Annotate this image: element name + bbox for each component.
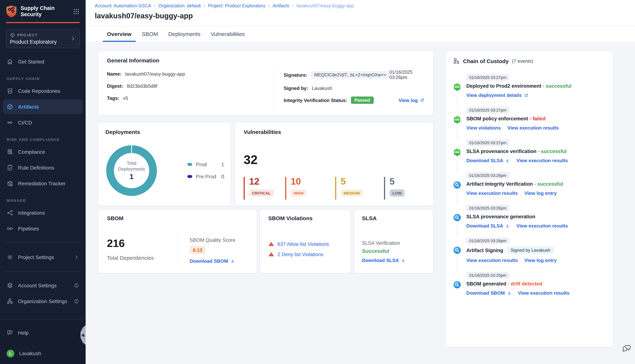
sidebar-item-label: CI/CD: [18, 120, 32, 126]
info-icon[interactable]: [74, 299, 79, 304]
breadcrumb-account[interactable]: Account: Automation-SSCA: [95, 3, 151, 8]
view-execution-results-link[interactable]: View execution results: [466, 258, 518, 263]
sidebar-item-label: Help: [18, 330, 29, 336]
sidebar-item-remediation-tracker[interactable]: Remediation Tracker: [3, 176, 83, 191]
artifact-name-value: lavakush07/easy-buggy-app: [125, 71, 185, 76]
avatar: L: [7, 350, 14, 357]
download-slsa-link[interactable]: Download SLSA: [466, 158, 510, 163]
event-status: - failed: [530, 116, 546, 122]
sbom-violations-card: SBOM Violations 637 Allow list Violation…: [260, 209, 351, 273]
view-execution-results-link[interactable]: View execution results: [517, 223, 568, 228]
sidebar-item-artifacts[interactable]: Artifacts: [3, 100, 83, 114]
cube-icon: [10, 32, 15, 38]
download-sbom-link[interactable]: Download SBOM: [466, 290, 511, 296]
legend-item-preprod: Pre Prod 0: [187, 174, 224, 180]
download-sbom-link[interactable]: Download SBOM: [190, 258, 235, 264]
chain-event-sbom-policy: 01/16/2025 03:27pm SBOM policy enforceme…: [453, 106, 606, 139]
sidebar-item-label: Artifacts: [18, 104, 39, 110]
deny-list-violations-link[interactable]: 2 Deny list Violations: [277, 252, 323, 257]
sidebar-section-manage: MANAGE: [7, 198, 79, 202]
tab-vulnerabilities[interactable]: Vulnerabilities: [211, 26, 245, 42]
sidebar-item-account-settings[interactable]: Account Settings: [3, 278, 83, 293]
chat-support-icon[interactable]: [622, 344, 631, 353]
scan-event-icon: [453, 181, 461, 189]
sidebar-item-label: Remediation Tracker: [18, 180, 65, 186]
tab-deployments[interactable]: Deployments: [168, 26, 200, 42]
download-icon: [505, 224, 510, 228]
preprod-legend-dot: [187, 175, 192, 178]
scan-event-icon: [453, 281, 461, 289]
view-log-entry-link[interactable]: View log entry: [524, 258, 557, 263]
pipelines-icon: [7, 225, 13, 232]
digest-row: Digest: 8d23bd3b5d8f: [107, 82, 266, 90]
chain-event-slsa-verification: 01/16/2025 03:27pm SLSA provenance verif…: [453, 139, 606, 172]
tab-sbom[interactable]: SBOM: [142, 26, 158, 42]
view-execution-results-link[interactable]: View execution results: [507, 125, 559, 131]
app-logo[interactable]: Supply Chain Security: [0, 0, 86, 21]
view-violations-link[interactable]: View violations: [466, 125, 501, 131]
tab-overview[interactable]: Overview: [107, 26, 131, 42]
view-execution-results-link[interactable]: View execution results: [517, 158, 568, 163]
high-count: 10: [291, 177, 335, 186]
sidebar-item-rule-definitions[interactable]: Rule Definitions: [3, 160, 83, 175]
chain-of-custody-icon: [453, 58, 460, 64]
compliance-doc-icon: [7, 148, 13, 155]
allow-list-violations-row: 637 Allow list Violations: [268, 241, 329, 247]
sidebar-item-get-started[interactable]: Get Started: [3, 54, 83, 69]
sidebar-item-label: Get Started: [18, 59, 44, 64]
deployments-card: Deployments Total Deployments 1 Prod 1 P…: [98, 122, 231, 206]
slsa-card: SLSA SLSA Verification Successful Downlo…: [353, 209, 434, 273]
sidebar-item-label: Pipelines: [18, 226, 39, 232]
view-execution-results-link[interactable]: View execution results: [518, 290, 569, 296]
sidebar-item-compliance[interactable]: Compliance: [3, 144, 83, 159]
sidebar-divider: [5, 271, 81, 272]
breadcrumb-separator: ›: [201, 3, 208, 8]
layers-icon: [7, 282, 13, 289]
sidebar-item-project-settings[interactable]: Project Settings: [3, 250, 83, 264]
medium-label: MEDIUM: [341, 189, 363, 197]
sidebar-divider: [5, 242, 81, 243]
chevron-right-icon: [74, 255, 79, 260]
app-title: Supply Chain Security: [21, 5, 69, 18]
breadcrumb-artifacts[interactable]: Artifacts: [273, 3, 289, 8]
deny-list-violations-row: 2 Deny list Violations: [268, 251, 329, 257]
severity-tile-high: 10 HIGH: [285, 177, 335, 200]
sidebar-item-organization-settings[interactable]: Organization Settings: [3, 294, 83, 308]
event-timestamp: 01/16/2025 03:25pm: [466, 272, 509, 278]
download-slsa-link[interactable]: Download SLSA: [466, 223, 510, 228]
signature-value: MEQCICde2VjIT...bL+2+mqnOXw==: [311, 71, 389, 78]
app-switcher-grid-icon[interactable]: [73, 8, 80, 15]
view-log-entry-link[interactable]: View log entry: [524, 190, 557, 196]
chain-event-slsa-generation: 01/16/2025 03:26pm SLSA provenance gener…: [453, 204, 606, 237]
remediation-box-icon: [7, 180, 13, 187]
sidebar-item-cicd[interactable]: CI/CD: [3, 115, 83, 130]
sidebar-item-user[interactable]: L Lavakush: [3, 346, 83, 361]
allow-list-violations-link[interactable]: 637 Allow list Violations: [277, 241, 329, 247]
view-log-link[interactable]: View log: [398, 98, 425, 103]
project-selector[interactable]: PROJECT Product Exploratory: [6, 29, 80, 48]
sidebar-item-label: Project Settings: [18, 254, 54, 260]
critical-label: CRITICAL: [249, 189, 274, 197]
legend-item-prod: Prod 1: [187, 162, 224, 167]
sidebar-item-code-repositories[interactable]: Code Repositories: [3, 84, 83, 98]
info-icon[interactable]: [74, 283, 79, 288]
sidebar-item-label: Rule Definitions: [18, 165, 54, 170]
view-execution-results-link[interactable]: View execution results: [466, 190, 518, 196]
breadcrumb-project[interactable]: Project: Product Exploratory: [208, 3, 265, 8]
low-label: LOW: [389, 189, 404, 197]
view-deployment-details-link[interactable]: View deployment details: [466, 92, 528, 98]
severity-tiles: 12 CRITICAL 10 HIGH 5 MEDIUM 5 LOW: [244, 177, 404, 200]
sidebar-item-pipelines[interactable]: Pipelines: [3, 221, 83, 236]
tab-bar: Overview SBOM Deployments Vulnerabilitie…: [86, 26, 635, 42]
sidebar-item-label: Integrations: [18, 210, 45, 216]
sidebar-item-help[interactable]: Help: [3, 326, 83, 340]
general-information-card: General Information Name: lavakush07/eas…: [98, 51, 434, 116]
download-slsa-link[interactable]: Download SLSA: [362, 258, 405, 263]
sidebar-item-integrations[interactable]: Integrations: [3, 206, 83, 220]
pipeline-event-icon: [453, 116, 461, 124]
integrity-status-badge: Passed: [351, 96, 373, 104]
app-root: Supply Chain Security PROJECT Product Ex…: [0, 0, 635, 364]
breadcrumb-current[interactable]: lavakush07/easy-buggy-app: [297, 3, 354, 8]
breadcrumb-organization[interactable]: Organization: default: [158, 3, 201, 8]
sidebar-item-label: Compliance: [18, 149, 45, 155]
